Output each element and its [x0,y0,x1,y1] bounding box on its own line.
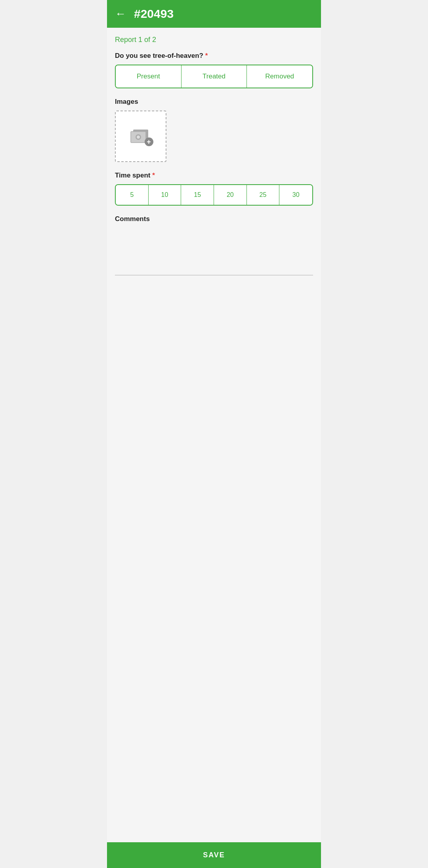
main-content: Report 1 of 2 Do you see tree-of-heaven?… [107,28,321,866]
required-star-time: * [152,172,155,179]
time-btn-30[interactable]: 30 [279,185,312,205]
time-btn-25[interactable]: 25 [247,185,280,205]
save-bar[interactable]: SAVE [107,842,321,868]
time-spent-group: 5 10 15 20 25 30 [115,184,313,206]
svg-point-3 [137,135,140,139]
comments-section: Comments [115,215,313,277]
time-btn-5[interactable]: 5 [116,185,149,205]
comments-input[interactable] [115,228,313,275]
tree-status-toggle-group: Present Treated Removed [115,65,313,88]
comments-label: Comments [115,215,313,223]
header-title: #20493 [134,7,174,21]
time-btn-15[interactable]: 15 [181,185,214,205]
required-star-tree: * [205,52,208,59]
images-label: Images [115,98,313,106]
back-button[interactable]: ← [115,8,126,20]
app-header: ← #20493 [107,0,321,28]
time-btn-10[interactable]: 10 [149,185,182,205]
toggle-removed[interactable]: Removed [247,65,312,88]
time-btn-20[interactable]: 20 [214,185,247,205]
toggle-treated[interactable]: Treated [182,65,247,88]
save-button-label: SAVE [203,851,225,859]
toggle-present[interactable]: Present [116,65,182,88]
images-section: Images + [115,98,313,162]
time-section: Time spent * 5 10 15 20 25 30 [115,172,313,206]
tree-question-label: Do you see tree-of-heaven? * [115,52,313,60]
report-label: Report 1 of 2 [115,36,313,44]
image-upload-button[interactable]: + [115,111,166,162]
add-image-icon: + [145,137,153,146]
upload-icon: + [130,128,152,145]
time-spent-label: Time spent * [115,172,313,179]
